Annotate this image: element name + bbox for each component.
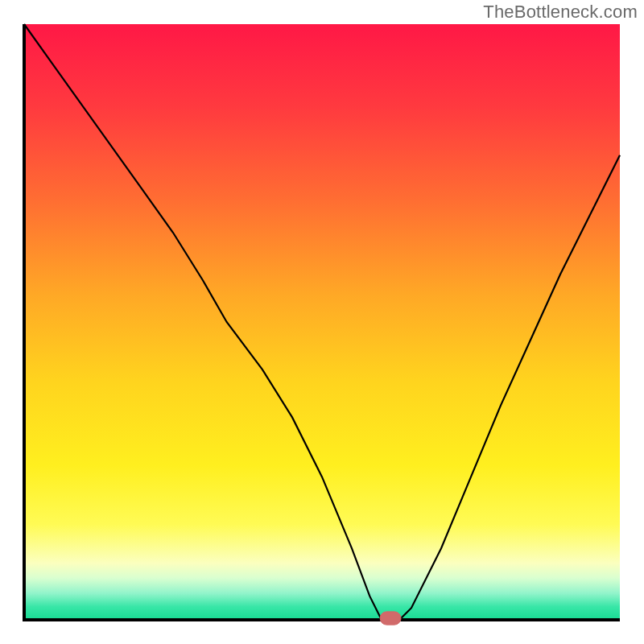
bottleneck-chart — [0, 0, 644, 644]
watermark-text: TheBottleneck.com — [483, 2, 638, 23]
chart-container: TheBottleneck.com — [0, 0, 644, 644]
plot-background — [24, 24, 620, 620]
optimum-marker — [380, 612, 401, 625]
